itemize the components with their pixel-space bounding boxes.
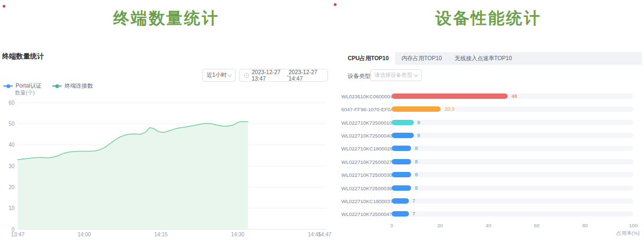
terminal-count-area-chart: 010203040506013:4714:0014:1514:3014:4514…	[0, 96, 333, 245]
bar-value-label: 9	[418, 120, 420, 125]
device-type-placeholder: 请选择设备类型	[375, 71, 412, 79]
x-tick-label: 14:47	[318, 232, 331, 237]
bar-row-5: WL022710K725000272 8	[341, 155, 642, 168]
y-tick-label: 20	[9, 184, 15, 190]
y-tick-label: 60	[9, 100, 15, 106]
bar-row-9: WL022710K725000470 7	[341, 207, 642, 220]
bar-track	[392, 159, 633, 164]
x-tick-label: 40	[478, 222, 499, 228]
legend-item-0[interactable]: Portal认证	[3, 82, 41, 90]
bar	[392, 172, 411, 177]
device-name-label: WL022710KC18000372	[341, 198, 390, 204]
x-tick-label: 80	[574, 222, 596, 228]
device-name-label: WL022710K725000409	[341, 133, 390, 139]
cpu-top10-bar-chart: WL023610KC06000043 486047-FF96-1070-EF0A…	[341, 90, 642, 243]
date-range-end: 2023-12-27 14:47	[289, 69, 324, 82]
x-tick-label: 0	[381, 222, 402, 228]
red-marker-dot-right	[334, 3, 336, 6]
bar-track	[392, 172, 633, 177]
clock-icon	[244, 73, 250, 78]
date-range-start: 2023-12-27 13:47	[252, 69, 287, 82]
bar-value-label: 8	[415, 146, 418, 151]
x-tick-label: 14:00	[77, 232, 91, 237]
bar	[392, 146, 411, 151]
y-tick-label: 40	[9, 142, 15, 148]
bar-value-label: 7	[413, 211, 415, 217]
bar-track	[392, 146, 633, 151]
bar	[392, 185, 411, 191]
bar-row-2: WL022710K725000102 9	[341, 116, 642, 129]
device-name-label: WL022710K725000369	[341, 185, 390, 191]
x-tick-label: 100	[623, 222, 644, 228]
x-tick-label: 20	[429, 222, 451, 228]
legend-label: Portal认证	[16, 82, 41, 90]
bar-track	[392, 198, 633, 204]
panel-header-terminal-count: 终端数量统计	[2, 52, 44, 61]
bar-value-label: 7	[413, 198, 415, 204]
line-chart-legend: Portal认证 终端连接数	[3, 82, 93, 90]
device-name-label: WL023610KC06000043	[341, 93, 390, 99]
bar-track	[392, 120, 633, 125]
area-fill	[18, 121, 248, 229]
y-tick-label: 30	[9, 163, 15, 169]
bar-row-8: WL022710KC18000372 7	[341, 194, 642, 207]
device-name-label: 6047-FF96-1070-EF0A	[341, 106, 390, 112]
x-tick-label: 60	[526, 222, 547, 228]
bar	[392, 106, 441, 112]
bar	[392, 159, 411, 164]
device-name-label: WL022710K725000307	[341, 172, 390, 178]
device-name-label: WL022710KC18000280	[341, 146, 390, 152]
tab-0[interactable]: CPU占用TOP10	[341, 52, 395, 64]
device-name-label: WL022710K725000102	[341, 120, 390, 126]
device-type-select[interactable]: 请选择设备类型	[370, 69, 422, 81]
y-tick-label: 50	[9, 121, 15, 127]
bar-value-label: 8	[415, 172, 418, 177]
bar-track	[392, 133, 633, 138]
x-axis-title: 占用率(%)	[586, 230, 640, 237]
bar-value-label: 20.3	[444, 106, 455, 112]
tab-1[interactable]: 内存占用TOP10	[395, 52, 448, 64]
device-type-label: 设备类型	[348, 73, 370, 80]
legend-item-1[interactable]: 终端连接数	[52, 82, 93, 90]
page-title-device-performance: 设备性能统计	[333, 8, 644, 30]
date-range-picker[interactable]: 2023-12-27 13:47 - 2023-12-27 14:47	[239, 69, 328, 82]
device-name-label: WL022710K725000272	[341, 159, 390, 165]
time-range-select-value: 近1小时	[207, 71, 226, 79]
dashboard: 终端数量统计 设备性能统计 终端数量统计 近1小时 2023-12-27 13:…	[0, 0, 644, 245]
bar-row-4: WL022710KC18000280 8	[341, 142, 642, 155]
x-tick-label: 13:47	[11, 232, 24, 237]
bar	[392, 93, 508, 99]
bar	[392, 120, 414, 125]
chevron-down-icon	[228, 72, 232, 76]
time-range-select[interactable]: 近1小时	[202, 69, 236, 82]
x-tick-label: 14:30	[231, 232, 244, 237]
bar	[392, 133, 414, 138]
legend-marker-icon	[52, 85, 62, 87]
bar-value-label: 48	[511, 93, 517, 99]
bar-value-label: 8	[415, 185, 418, 191]
y-tick-label: 10	[9, 205, 15, 211]
bar-row-7: WL022710K725000369 8	[341, 182, 642, 194]
bar-row-6: WL022710K725000307 8	[341, 168, 642, 181]
performance-tabbar: CPU占用TOP10内存占用TOP10无线接入点速率TOP10	[341, 52, 642, 64]
page-title-terminal-count: 终端数量统计	[0, 8, 333, 30]
bar-track	[392, 185, 633, 191]
chevron-down-icon	[414, 72, 418, 76]
bar-row-0: WL023610KC06000043 48	[341, 90, 642, 103]
bar-row-1: 6047-FF96-1070-EF0A 20.3	[341, 103, 642, 116]
tab-2[interactable]: 无线接入点速率TOP10	[448, 52, 518, 64]
legend-label: 终端连接数	[64, 82, 93, 90]
bar-value-label: 8	[415, 159, 418, 164]
bar-row-3: WL022710K725000409 9	[341, 129, 642, 142]
bar	[392, 198, 409, 204]
bar-value-label: 9	[418, 133, 420, 138]
bar-track	[392, 211, 633, 217]
legend-marker-icon	[3, 85, 13, 87]
device-name-label: WL022710K725000470	[341, 211, 390, 217]
bar	[392, 211, 409, 217]
x-tick-label: 14:15	[154, 232, 167, 237]
